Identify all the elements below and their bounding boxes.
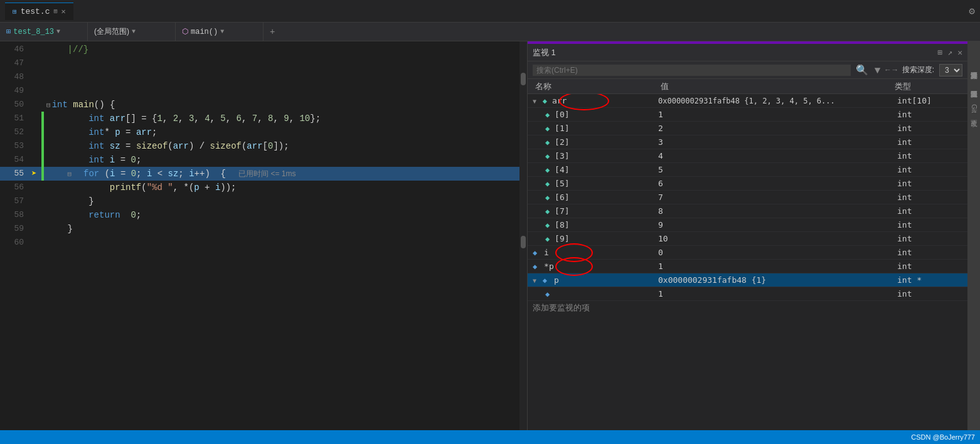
code-scrollbar[interactable]: [519, 41, 527, 430]
watch-type-0: int: [892, 110, 967, 119]
cube-0-icon: ◆: [545, 110, 550, 119]
watch-row-star-p[interactable]: ◆ *p 1 int: [528, 260, 967, 273]
expand-arr-icon[interactable]: ▼: [533, 98, 536, 105]
watch-row-3[interactable]: ◆ [3] 4 int: [528, 149, 967, 163]
watch-name-4: ◆ [4]: [528, 165, 653, 174]
code-line-59: 59 }: [0, 222, 527, 236]
watch-value-3: 4: [653, 151, 892, 161]
watch-detach-button[interactable]: ↗: [947, 48, 952, 58]
tab-close-button[interactable]: ✕: [61, 7, 65, 16]
watch-type-8: int: [892, 220, 967, 230]
watch-type-6: int: [892, 193, 967, 202]
code-content-58: return 0;: [44, 208, 141, 222]
watch-name-star-p: ◆ *p: [528, 262, 653, 271]
code-content-54: int i = 0;: [44, 153, 141, 167]
code-line-54: 54 int i = 0;: [0, 153, 527, 167]
watch-row-arr[interactable]: ▼ ◆ arr 0x0000002931fafb48 {1, 2, 3, 4, …: [528, 94, 967, 108]
function-value: main(): [191, 28, 218, 36]
watch-value-star-p: 1: [653, 262, 892, 271]
code-line-58: 58 return 0;: [0, 208, 527, 222]
add-button[interactable]: +: [264, 27, 281, 37]
tab-test-c[interactable]: ⊞ test.c ⊞ ✕: [5, 3, 73, 20]
cube-star-p-icon: ◆: [533, 262, 537, 271]
status-bar: CSDN @BoJerry777: [0, 430, 980, 444]
code-content-57: }: [44, 194, 94, 208]
watch-row-5[interactable]: ◆ [5] 6 int: [528, 177, 967, 191]
scope-value: test_8_13: [13, 28, 54, 36]
code-content-52: int* p = arr;: [44, 125, 157, 139]
code-content-53: int sz = sizeof(arr) / sizeof(arr[0]);: [44, 139, 289, 153]
watch-add-label: 添加要监视的项: [533, 302, 590, 314]
scroll-thumb-top: [521, 73, 526, 85]
code-line-49: 49: [0, 84, 527, 98]
watch-row-2[interactable]: ◆ [2] 3 int: [528, 135, 967, 149]
search-prev-button[interactable]: ←: [885, 66, 890, 75]
watch-search-input[interactable]: [533, 65, 851, 76]
watch-row-1[interactable]: ◆ [1] 2 int: [528, 122, 967, 135]
code-editor[interactable]: 46 |//} 47 48 49: [0, 41, 527, 430]
main-area: 46 |//} 47 48 49: [0, 41, 980, 430]
watch-pin-button[interactable]: ⊞: [938, 48, 943, 58]
watch-row-p[interactable]: ▼ ◆ p 0x0000002931fafb48 {1} int *: [528, 273, 967, 287]
watch-row-0[interactable]: ◆ [0] 1 int: [528, 108, 967, 122]
watch-name-3: ◆ [3]: [528, 151, 653, 161]
line-num-50: 50: [0, 98, 31, 112]
watch-close-button[interactable]: ✕: [957, 48, 962, 58]
cube-2-icon: ◆: [545, 138, 550, 147]
watch-row-8[interactable]: ◆ [8] 9 int: [528, 218, 967, 232]
watch-name-0: ◆ [0]: [528, 110, 653, 119]
watch-name-7: ◆ [7]: [528, 206, 653, 216]
gear-icon[interactable]: ⚙: [969, 5, 975, 18]
code-content-51: int arr[] = {1, 2, 3, 4, 5, 6, 7, 8, 9, …: [44, 112, 321, 125]
code-content-55: ⊟ for (i = 0; i < sz; i++) { 已用时间 <= 1ms: [44, 167, 296, 181]
code-content-59: }: [44, 222, 73, 236]
watch-row-4[interactable]: ◆ [4] 5 int: [528, 163, 967, 177]
scope-icon: ⊞: [6, 27, 11, 36]
code-line-57: 57 }: [0, 194, 527, 208]
code-line-60: 60: [0, 236, 527, 250]
code-line-53: 53 int sz = sizeof(arr) / sizeof(arr[0])…: [0, 139, 527, 153]
search-icon[interactable]: 🔍 ▼: [856, 64, 880, 77]
code-line-46: 46 |//}: [0, 43, 527, 56]
code-line-55: 55 ➤ ⊟ for (i = 0; i < sz; i++) { 已用时间 <…: [0, 167, 527, 181]
code-line-47: 47: [0, 56, 527, 70]
tab-pin-icon[interactable]: ⊞: [53, 8, 57, 15]
watch-add-item[interactable]: 添加要监视的项: [528, 301, 967, 315]
function-selector[interactable]: ⬡ main() ▼: [176, 23, 264, 41]
watch-row-6[interactable]: ◆ [6] 7 int: [528, 191, 967, 204]
code-lines: 46 |//} 47 48 49: [0, 41, 527, 250]
watch-type-1: int: [892, 124, 967, 133]
col-header-name: 名称: [530, 81, 656, 92]
watch-type-3: int: [892, 151, 967, 161]
watch-value-8: 9: [653, 220, 892, 230]
right-sidebar: 解决方案资源管理器 团队资源管理器 Git 更改: [967, 41, 980, 430]
editor-toolbar: ⊞ test_8_13 ▼ (全局范围) ▼ ⬡ main() ▼ +: [0, 23, 980, 41]
sidebar-text-git[interactable]: Git 更改: [969, 104, 979, 115]
watch-type-5: int: [892, 179, 967, 188]
watch-type-arr: int[10]: [892, 96, 967, 105]
watch-table[interactable]: ▼ ◆ arr 0x0000002931fafb48 {1, 2, 3, 4, …: [528, 94, 967, 430]
scope-selector[interactable]: ⊞ test_8_13 ▼: [0, 23, 88, 41]
search-nav-arrows: ← →: [885, 66, 897, 75]
watch-type-9: int: [892, 234, 967, 243]
line-num-60: 60: [0, 236, 31, 250]
watch-row-9[interactable]: ◆ [9] 10 int: [528, 232, 967, 246]
watch-row-i[interactable]: ◆ i 0 int: [528, 246, 967, 260]
watch-header-controls: ⊞ ↗ ✕: [938, 48, 962, 58]
line-num-49: 49: [0, 84, 31, 98]
watch-row-7[interactable]: ◆ [7] 8 int: [528, 204, 967, 218]
watch-value-2: 3: [653, 137, 892, 147]
search-depth-select[interactable]: 3 1 2 4 5: [939, 64, 962, 77]
watch-type-star-p: int: [892, 262, 967, 271]
cube-8-icon: ◆: [545, 221, 550, 230]
code-content-56: printf("%d ", *(p + i));: [44, 181, 237, 194]
line-num-52: 52: [0, 125, 31, 139]
search-next-button[interactable]: →: [892, 66, 897, 75]
expand-p-icon[interactable]: ▼: [533, 277, 536, 284]
line-num-55: 55: [0, 167, 31, 181]
watch-value-1: 2: [653, 124, 892, 133]
range-selector[interactable]: (全局范围) ▼: [88, 23, 176, 41]
watch-type-p: int *: [892, 275, 967, 285]
watch-value-p-child: 1: [653, 289, 892, 299]
watch-row-p-child[interactable]: ◆ 1 int: [528, 287, 967, 301]
